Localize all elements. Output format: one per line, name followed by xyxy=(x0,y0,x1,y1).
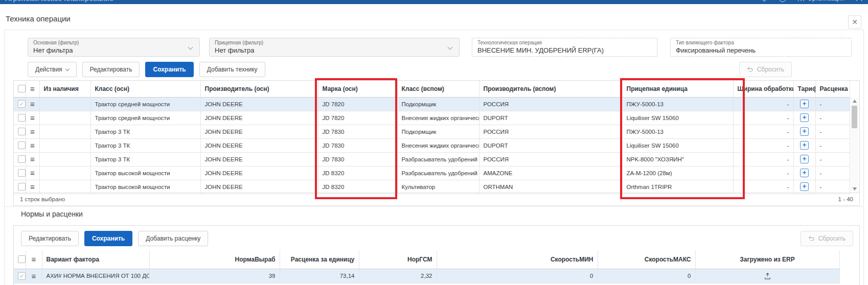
close-button[interactable]: ✕ xyxy=(848,15,861,29)
tariff-add-icon[interactable]: + xyxy=(800,169,809,177)
cell-norma-vyrab: 39 xyxy=(149,269,280,283)
reset-button[interactable]: Сбросить xyxy=(739,62,792,77)
col-iz-nalichiya[interactable]: Из наличия xyxy=(39,81,90,97)
add-equipment-button[interactable]: Добавить технику xyxy=(199,62,265,77)
rates-reset-button[interactable]: Сбросить xyxy=(801,231,853,246)
row-range: 1 - 40 xyxy=(838,196,853,202)
select-all-checkbox[interactable] xyxy=(18,85,26,92)
organization-menu[interactable]: Организация xyxy=(797,0,844,2)
app-title: Агрономическое планирование xyxy=(5,0,113,3)
col-klass-vspom[interactable]: Класс (вспом) xyxy=(397,81,479,97)
actions-menu-button[interactable]: Действия xyxy=(28,62,77,77)
help-button[interactable]: ? xyxy=(779,0,786,2)
reset-icon xyxy=(747,66,753,73)
cell-rascenka-za-edinicu: 73,14 xyxy=(280,269,359,283)
col-rascenka-za-edinicu[interactable]: Расценка за единицу xyxy=(280,250,359,269)
tariff-add-icon[interactable]: + xyxy=(800,182,809,191)
cell-proizvoditel-vspom: DUPORT xyxy=(479,138,622,152)
drag-handle-icon[interactable]: ≡ xyxy=(30,141,35,150)
reset-label: Сбросить xyxy=(818,235,846,242)
table-row[interactable]: ≡ Трактор высокой мощности JOHN DEERE JD… xyxy=(14,180,850,194)
col-klass-osn[interactable]: Класс (осн) xyxy=(90,81,200,97)
organization-icon xyxy=(797,0,805,2)
tariff-add-icon[interactable]: + xyxy=(800,141,809,150)
col-zagruzheno-erp[interactable]: Загружено из ERP xyxy=(695,250,839,269)
scrollbar-thumb[interactable] xyxy=(852,106,857,128)
row-checkbox[interactable] xyxy=(18,141,26,149)
notifications-button[interactable] xyxy=(761,0,768,2)
table-row[interactable]: ≡ Трактор средней мощности JOHN DEERE JD… xyxy=(14,97,850,111)
cell-iz-nalichiya xyxy=(39,138,90,152)
row-checkbox[interactable] xyxy=(18,183,26,191)
cell-klass-osn: Трактор средней мощности xyxy=(90,111,200,125)
cell-klass-vspom: Подкормщик xyxy=(397,125,479,138)
drag-handle-icon[interactable]: ≡ xyxy=(30,182,35,191)
col-pricepnaya-edinitsa[interactable]: Прицепная единица xyxy=(622,81,733,97)
drag-handle-icon[interactable]: ≡ xyxy=(30,155,35,163)
select-all-checkbox[interactable] xyxy=(18,255,26,263)
row-checkbox[interactable] xyxy=(18,155,26,163)
col-tarif[interactable]: Тарифн xyxy=(793,81,815,97)
row-checkbox[interactable] xyxy=(18,114,26,122)
col-proizvoditel-vspom[interactable]: Производитель (вспом) xyxy=(479,81,622,97)
cell-pricepnaya-edinitsa: ZA-M-1200 (28м) xyxy=(622,166,733,180)
table-row[interactable]: ≡ АХИ# НОРМА ВНЕСЕНИЯ ОТ 100 ДО 150 39 7… xyxy=(14,269,839,283)
col-skorost-max[interactable]: СкоростьМАКС xyxy=(598,250,695,269)
cell-nor-gsm: 2,32 xyxy=(359,269,437,283)
row-checkbox[interactable] xyxy=(18,272,26,280)
cell-iz-nalichiya xyxy=(39,166,90,180)
vertical-scrollbar[interactable] xyxy=(851,98,858,193)
main-filter-select[interactable]: Основная (фильтр) Нет фильтра xyxy=(28,38,200,57)
user-menu[interactable] xyxy=(856,0,863,2)
row-checkbox[interactable] xyxy=(18,169,26,177)
table-row[interactable]: ≡ Трактор 3 ТК JOHN DEERE JD 7830 Внесен… xyxy=(14,138,850,152)
cell-proizvoditel-vspom: РОССИЯ xyxy=(479,97,622,111)
cell-klass-osn: Трактор высокой мощности xyxy=(90,180,200,194)
drag-handle-icon[interactable]: ≡ xyxy=(30,113,35,122)
cell-proizvoditel-osn: JOHN DEERE xyxy=(200,166,318,180)
row-checkbox[interactable] xyxy=(18,128,26,135)
actions-label: Действия xyxy=(35,66,62,73)
table-row[interactable]: ≡ Трактор высокой мощности JOHN DEERE JD… xyxy=(14,166,850,180)
rates-edit-button[interactable]: Редактировать xyxy=(21,231,79,246)
col-marka-osn[interactable]: Марка (осн) xyxy=(318,81,397,97)
trailer-filter-select[interactable]: Прицепная (фильтр) Нет фильтра xyxy=(209,38,460,57)
edit-button[interactable]: Редактировать xyxy=(82,62,140,77)
rates-save-button[interactable]: Сохранить xyxy=(84,231,132,246)
save-button[interactable]: Сохранить xyxy=(145,62,193,77)
col-shirina-obrabotki[interactable]: Ширина обработки xyxy=(733,81,793,97)
col-variant-faktora[interactable]: Вариант фактора xyxy=(42,250,149,269)
page-title: Техника операции xyxy=(6,14,71,23)
add-rate-button[interactable]: Добавить расценку xyxy=(138,231,208,246)
scroll-down-icon[interactable] xyxy=(853,187,857,191)
row-checkbox[interactable] xyxy=(18,100,26,108)
drag-handle-icon[interactable]: ≡ xyxy=(30,169,35,177)
col-skorost-min[interactable]: СкоростьМИН xyxy=(437,250,598,269)
cell-klass-vspom: Культиватор xyxy=(397,180,479,194)
drag-handle-icon[interactable]: ≡ xyxy=(30,100,35,108)
table-row[interactable]: ≡ Трактор средней мощности JOHN DEERE JD… xyxy=(14,111,850,125)
table-row[interactable]: ≡ Трактор 3 ТК JOHN DEERE JD 7830 Разбра… xyxy=(14,152,850,166)
cell-klass-osn: Трактор средней мощности xyxy=(90,97,200,111)
drag-handle-icon[interactable]: ≡ xyxy=(30,127,35,136)
col-proizvoditel-osn[interactable]: Производитель (осн) xyxy=(200,81,318,97)
reset-icon xyxy=(808,235,815,242)
trailer-filter-value: Нет фильтра xyxy=(215,46,454,55)
tariff-add-icon[interactable]: + xyxy=(800,127,809,136)
tariff-add-icon[interactable]: + xyxy=(800,113,809,122)
col-norma-vyrab[interactable]: НормаВыраб xyxy=(149,250,280,269)
scroll-up-icon[interactable] xyxy=(853,100,857,103)
drag-handle-icon[interactable]: ≡ xyxy=(32,272,36,280)
tariff-add-icon[interactable]: + xyxy=(800,155,809,163)
cell-klass-vspom: Подкормщик xyxy=(397,97,479,111)
cell-klass-vspom: Разбрасыватель удобрений прицепной xyxy=(397,166,479,180)
col-rascenka[interactable]: Расценка за н xyxy=(815,81,850,97)
uploaded-from-erp-icon[interactable] xyxy=(764,272,771,280)
cell-marka-osn: JD 7830 xyxy=(318,152,397,166)
col-nor-gsm[interactable]: НорГСМ xyxy=(359,250,437,269)
tariff-add-icon[interactable]: + xyxy=(800,100,809,108)
cell-shirina-obrabotki: - xyxy=(733,166,793,180)
cell-pricepnaya-edinitsa: NPK-8000 "ХОЗЯИН" xyxy=(622,152,733,166)
table-row[interactable]: ≡ Трактор 3 ТК JOHN DEERE JD 7830 Подкор… xyxy=(14,125,850,138)
help-icon: ? xyxy=(779,0,786,2)
